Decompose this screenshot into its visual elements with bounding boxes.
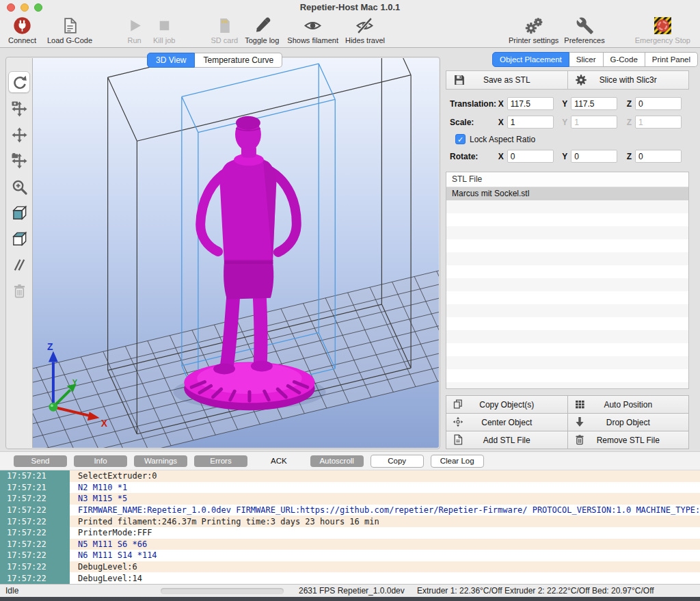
copy-object-button[interactable]: Copy Object(s) [446,396,567,413]
tool-top-view[interactable] [9,228,29,249]
tab-slicer[interactable]: Slicer [569,52,604,67]
toolbar-label: Connect [8,36,36,44]
zoom-icon [11,178,28,196]
send-button[interactable]: Send [14,455,67,467]
stl-list-empty-row [446,317,688,330]
delete-object-icon [11,282,28,299]
tab-3d-view[interactable]: 3D View [147,53,195,68]
toolbar-label: Toggle log [245,36,279,44]
viewport-panel: 3D ViewTemperature Curve [5,57,440,449]
button-label: Slice with Slic3r [600,75,657,85]
autoscroll-button[interactable]: Autoscroll [310,455,364,467]
scale-y-input[interactable] [571,116,617,129]
axis-y-label: Y [72,378,78,386]
rotate-z-input[interactable] [635,150,682,163]
lock-aspect-checkbox[interactable]: ✓ [455,134,466,144]
slice-slic3r-button[interactable]: Slice with Slic3r [567,71,689,89]
center-icon [452,416,464,430]
stl-actions-row: Save as STLSlice with Slic3r [446,70,689,90]
toolbar-button-printer-settings[interactable]: Printer settings [509,16,558,44]
copy-button[interactable]: Copy [371,455,424,468]
emergency-stop-icon [654,16,672,36]
clear-log-button[interactable]: Clear Log [431,455,484,468]
remove-stl-button[interactable]: Remove STL File [568,431,689,449]
stop-square-icon [155,16,174,36]
object-placement-panel: Object PlacementSlicerG-CodePrint Panel … [446,52,689,449]
tool-zoom-view[interactable] [9,176,29,197]
zoom-window-button[interactable] [34,3,42,12]
toolbar-button-load-gcode[interactable]: Load G-Code [47,16,92,44]
log-timestamp: 17:57:22 [0,539,70,550]
translation-z-input[interactable] [635,97,682,110]
add-file-icon [452,433,464,448]
rotate-y-input[interactable] [571,150,617,163]
tool-parallel-projection[interactable] [9,254,29,275]
stl-list-empty-row [446,291,688,304]
tool-move-viewport[interactable] [9,98,29,119]
toolbar-button-toggle-log[interactable]: Toggle log [245,16,279,44]
stl-list-empty-row [446,382,688,389]
placement-form: Translation:XYZScale:XYZ ✓ Lock Aspect R… [446,90,689,165]
add-stl-button[interactable]: Add STL File [446,431,567,449]
axis-z-label: Z [47,341,53,352]
tab-temperature-curve[interactable]: Temperature Curve [195,53,282,68]
log-entry: 17:57:22N3 M115 *5 [0,493,700,505]
drop-arrow-icon [574,416,586,430]
tool-isometric-view[interactable] [9,202,29,223]
center-object-button[interactable]: Center Object [446,414,567,431]
grid-icon [574,398,586,412]
gear-icon [574,73,588,89]
tab-object-placement[interactable]: Object Placement [492,52,569,67]
auto-position-button[interactable]: Auto Position [568,396,689,413]
toolbar-button-hides-travel[interactable]: Hides travel [345,16,385,44]
button-label: Remove STL File [597,436,660,445]
save-stl-button[interactable]: Save as STL [446,71,567,89]
field-label: Translation: [450,99,497,109]
form-row-scale: Scale:XYZ [450,113,689,131]
stl-list-item[interactable]: Marcus mit Sockel.stl [446,187,688,200]
view-tabs: 3D ViewTemperature Curve [147,53,282,68]
toolbar-button-preferences[interactable]: Preferences [564,16,604,44]
app-window: Repetier-Host Mac 1.0.1 ConnectLoad G-Co… [0,0,700,601]
log-view[interactable]: 17:57:21SelectExtruder:017:57:21N2 M110 … [0,470,700,584]
toolbar-button-shows-filament[interactable]: Shows filament [287,16,338,44]
close-window-button[interactable] [7,3,15,12]
log-timestamp: 17:57:22 [0,505,70,516]
object-buttons-grid: Copy Object(s)Auto PositionCenter Object… [446,395,689,449]
tool-move-camera[interactable] [9,150,29,171]
ack-button[interactable]: ACK [271,455,287,467]
axis-letter: Z [625,99,632,109]
toolbar-button-kill-job: Kill job [153,16,175,44]
lock-aspect-row: ✓ Lock Aspect Ratio [455,132,689,146]
3d-scene[interactable]: Z Y X [33,58,439,448]
toolbar-label: Preferences [564,36,604,44]
minimize-window-button[interactable] [21,3,29,12]
3d-canvas[interactable]: Z Y X [32,58,439,448]
warnings-button[interactable]: Warnings [134,455,187,467]
toolbar-button-connect[interactable]: Connect [8,16,36,44]
top-view-icon [11,230,28,248]
stl-list-empty-row [446,200,688,213]
log-message: SelectExtruder:0 [70,471,157,481]
play-icon [125,16,144,36]
rotate-x-input[interactable] [507,150,554,163]
tab-g-code[interactable]: G-Code [604,52,645,67]
stl-list-empty-row [446,226,688,239]
errors-button[interactable]: Errors [194,455,247,467]
tool-move-object[interactable] [9,124,29,145]
toolbar-button-run: Run [125,16,144,44]
tab-print-panel[interactable]: Print Panel [645,52,698,67]
info-button[interactable]: Info [74,455,127,467]
plug-icon [13,16,31,36]
rotate-view-icon [11,74,28,91]
drop-object-button[interactable]: Drop Object [568,414,689,431]
scale-x-input[interactable] [507,116,554,129]
tool-delete-object[interactable] [9,280,29,301]
translation-y-input[interactable] [571,97,617,110]
scale-z-input[interactable] [635,116,682,129]
title-bar: Repetier-Host Mac 1.0.1 [0,0,700,15]
log-entry: 17:57:22Printed filament:246.37m Printin… [0,516,700,527]
tool-rotate-view[interactable] [8,71,30,93]
translation-x-input[interactable] [507,97,554,110]
status-state: Idle [5,586,18,596]
